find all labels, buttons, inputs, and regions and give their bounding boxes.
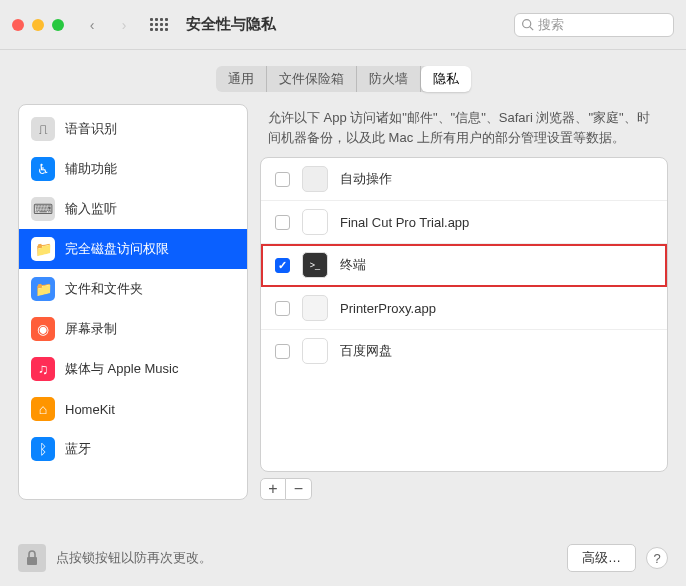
app-icon (302, 338, 328, 364)
remove-button[interactable]: − (286, 478, 312, 500)
svg-point-0 (523, 20, 531, 28)
app-row-3[interactable]: PrinterProxy.app (261, 287, 667, 330)
checkbox[interactable] (275, 172, 290, 187)
folder-icon: 📁 (31, 237, 55, 261)
lock-icon (25, 550, 39, 566)
app-name: 自动操作 (340, 170, 392, 188)
app-name: 百度网盘 (340, 342, 392, 360)
help-button[interactable]: ? (646, 547, 668, 569)
tab-bar: 通用文件保险箱防火墙隐私 (0, 50, 686, 104)
app-icon (302, 295, 328, 321)
checkbox[interactable] (275, 258, 290, 273)
sidebar-label: 语音识别 (65, 120, 117, 138)
window-controls[interactable] (12, 19, 64, 31)
sidebar-item-3[interactable]: 📁完全磁盘访问权限 (19, 229, 247, 269)
zoom-icon[interactable] (52, 19, 64, 31)
add-remove-buttons: + − (260, 478, 668, 500)
search-placeholder: 搜索 (538, 16, 564, 34)
sidebar-label: 完全磁盘访问权限 (65, 240, 169, 258)
folder-icon: 📁 (31, 277, 55, 301)
lock-button[interactable] (18, 544, 46, 572)
sidebar-label: 蓝牙 (65, 440, 91, 458)
tab-0[interactable]: 通用 (216, 66, 267, 92)
sidebar-label: 屏幕录制 (65, 320, 117, 338)
description-text: 允许以下 App 访问诸如"邮件"、"信息"、Safari 浏览器、"家庭"、时… (260, 104, 668, 157)
bluetooth-icon: ᛒ (31, 437, 55, 461)
add-button[interactable]: + (260, 478, 286, 500)
forward-button[interactable]: › (112, 13, 136, 37)
checkbox[interactable] (275, 215, 290, 230)
sidebar-item-8[interactable]: ᛒ蓝牙 (19, 429, 247, 469)
sidebar-item-6[interactable]: ♫媒体与 Apple Music (19, 349, 247, 389)
toolbar: ‹ › 安全性与隐私 搜索 (0, 0, 686, 50)
detail-pane: 允许以下 App 访问诸如"邮件"、"信息"、Safari 浏览器、"家庭"、时… (260, 104, 668, 500)
search-input[interactable]: 搜索 (514, 13, 674, 37)
grid-icon[interactable] (150, 18, 168, 31)
checkbox[interactable] (275, 344, 290, 359)
app-icon (302, 209, 328, 235)
footer-text: 点按锁按钮以防再次更改。 (56, 549, 557, 567)
tab-3[interactable]: 隐私 (421, 66, 471, 92)
advanced-button[interactable]: 高级… (567, 544, 636, 572)
back-button[interactable]: ‹ (80, 13, 104, 37)
svg-line-1 (530, 27, 533, 30)
sidebar-item-0[interactable]: ⎍语音识别 (19, 109, 247, 149)
sidebar-item-1[interactable]: ♿︎辅助功能 (19, 149, 247, 189)
sidebar-item-2[interactable]: ⌨输入监听 (19, 189, 247, 229)
window-title: 安全性与隐私 (186, 15, 276, 34)
tab-1[interactable]: 文件保险箱 (267, 66, 357, 92)
home-icon: ⌂ (31, 397, 55, 421)
keyboard-icon: ⌨ (31, 197, 55, 221)
app-list: 自动操作Final Cut Pro Trial.app>_终端PrinterPr… (260, 157, 668, 472)
app-row-4[interactable]: 百度网盘 (261, 330, 667, 372)
record-icon: ◉ (31, 317, 55, 341)
sidebar: ⎍语音识别♿︎辅助功能⌨输入监听📁完全磁盘访问权限📁文件和文件夹◉屏幕录制♫媒体… (18, 104, 248, 500)
footer: 点按锁按钮以防再次更改。 高级… ? (0, 530, 686, 586)
checkbox[interactable] (275, 301, 290, 316)
app-icon (302, 166, 328, 192)
minimize-icon[interactable] (32, 19, 44, 31)
search-icon (521, 18, 534, 31)
app-name: PrinterProxy.app (340, 301, 436, 316)
sidebar-item-7[interactable]: ⌂HomeKit (19, 389, 247, 429)
sidebar-label: 文件和文件夹 (65, 280, 143, 298)
app-name: 终端 (340, 256, 366, 274)
app-icon: >_ (302, 252, 328, 278)
app-row-0[interactable]: 自动操作 (261, 158, 667, 201)
content-area: ⎍语音识别♿︎辅助功能⌨输入监听📁完全磁盘访问权限📁文件和文件夹◉屏幕录制♫媒体… (0, 104, 686, 512)
waveform-icon: ⎍ (31, 117, 55, 141)
sidebar-label: 输入监听 (65, 200, 117, 218)
sidebar-label: 辅助功能 (65, 160, 117, 178)
sidebar-label: HomeKit (65, 402, 115, 417)
tab-2[interactable]: 防火墙 (357, 66, 421, 92)
sidebar-label: 媒体与 Apple Music (65, 360, 178, 378)
accessibility-icon: ♿︎ (31, 157, 55, 181)
app-name: Final Cut Pro Trial.app (340, 215, 469, 230)
close-icon[interactable] (12, 19, 24, 31)
app-row-2[interactable]: >_终端 (261, 244, 667, 287)
sidebar-item-4[interactable]: 📁文件和文件夹 (19, 269, 247, 309)
app-row-1[interactable]: Final Cut Pro Trial.app (261, 201, 667, 244)
music-icon: ♫ (31, 357, 55, 381)
sidebar-item-5[interactable]: ◉屏幕录制 (19, 309, 247, 349)
svg-rect-2 (27, 557, 37, 565)
